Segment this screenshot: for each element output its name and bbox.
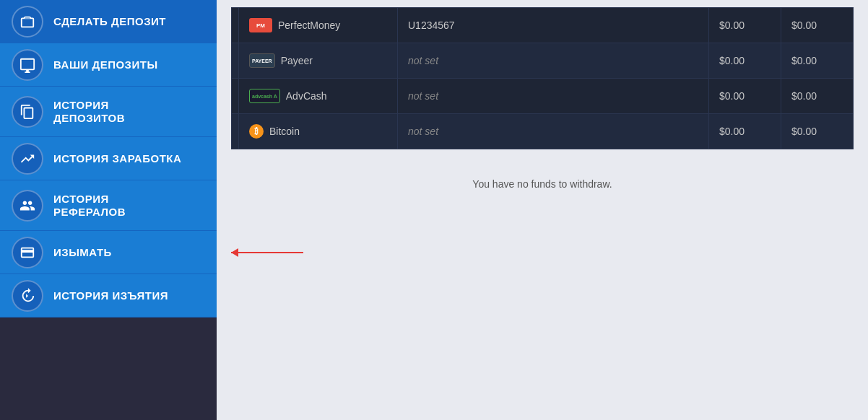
payment-method-cell: PMPerfectMoney	[239, 8, 398, 43]
table-row: PMPerfectMoneyU1234567$0.00$0.00	[232, 8, 854, 43]
sidebar-item-withdraw[interactable]: ИЗЫМАТЬ	[0, 231, 217, 274]
advcash-logo: advcash A	[249, 89, 280, 103]
payment-method-cell: PAYEERPayeer	[239, 43, 398, 79]
payment-name: advcash AAdvCash	[249, 89, 387, 103]
table-row: ₿Bitcoinnot set$0.00$0.00	[232, 114, 854, 149]
sidebar-label-earning-history: ИСТОРИЯ ЗАРАБОТКА	[53, 152, 181, 165]
balance-cell: $0.00	[709, 43, 781, 79]
payment-table: PMPerfectMoneyU1234567$0.00$0.00PAYEERPa…	[231, 7, 854, 149]
payment-method-name: Payeer	[281, 55, 313, 66]
table-row: PAYEERPayeernot set$0.00$0.00	[232, 43, 854, 79]
copy-icon	[12, 96, 43, 128]
withdraw-amount-cell: $0.00	[781, 8, 854, 43]
payment-name: ₿Bitcoin	[249, 124, 387, 139]
payeer-logo: PAYEER	[249, 53, 275, 68]
sidebar-label-your-deposits: ВАШИ ДЕПОЗИТЫ	[53, 58, 158, 71]
balance-cell: $0.00	[709, 79, 781, 114]
main-content: PMPerfectMoneyU1234567$0.00$0.00PAYEERPa…	[217, 0, 868, 420]
not-set-label: not set	[408, 55, 438, 66]
sidebar-label-referral-history: ИСТОРИЯ РЕФЕРАЛОВ	[53, 193, 126, 219]
payment-account-cell: not set	[398, 79, 709, 114]
briefcase-icon	[12, 6, 43, 38]
sidebar-item-withdraw-history[interactable]: ИСТОРИЯ ИЗЪЯТИЯ	[0, 274, 217, 318]
withdraw-amount-cell: $0.00	[781, 114, 854, 149]
payment-method-name: PerfectMoney	[278, 19, 340, 31]
history-icon	[12, 280, 43, 312]
users-icon	[12, 190, 43, 222]
payment-method-cell: advcash AAdvCash	[239, 79, 398, 114]
payment-method-name: Bitcoin	[269, 126, 300, 137]
monitor-icon	[12, 49, 43, 81]
chart-icon	[12, 143, 43, 175]
sidebar-label-deposit-history: ИСТОРИЯ ДЕПОЗИТОВ	[53, 99, 125, 125]
withdraw-amount-cell: $0.00	[781, 79, 854, 114]
payment-name: PMPerfectMoney	[249, 18, 387, 32]
card-icon	[12, 237, 43, 268]
pm-logo: PM	[249, 18, 272, 32]
payment-method-name: AdvCash	[286, 90, 327, 102]
sidebar-item-earning-history[interactable]: ИСТОРИЯ ЗАРАБОТКА	[0, 137, 217, 180]
sidebar: СДЕЛАТЬ ДЕПОЗИТ ВАШИ ДЕПОЗИТЫ ИСТОРИЯ ДЕ…	[0, 0, 217, 420]
sidebar-label-withdraw: ИЗЫМАТЬ	[53, 246, 112, 259]
sidebar-item-referral-history[interactable]: ИСТОРИЯ РЕФЕРАЛОВ	[0, 180, 217, 231]
btc-logo: ₿	[249, 124, 264, 139]
sidebar-label-withdraw-history: ИСТОРИЯ ИЗЪЯТИЯ	[53, 289, 168, 302]
payment-name: PAYEERPayeer	[249, 53, 387, 68]
balance-cell: $0.00	[709, 114, 781, 149]
table-row: advcash AAdvCashnot set$0.00$0.00	[232, 79, 854, 114]
sidebar-item-your-deposits[interactable]: ВАШИ ДЕПОЗИТЫ	[0, 43, 217, 87]
payment-method-cell: ₿Bitcoin	[239, 114, 398, 149]
payment-account-cell: not set	[398, 43, 709, 79]
sidebar-item-make-deposit[interactable]: СДЕЛАТЬ ДЕПОЗИТ	[0, 0, 217, 43]
balance-cell: $0.00	[709, 8, 781, 43]
payment-account-cell: not set	[398, 114, 709, 149]
not-set-label: not set	[408, 90, 438, 102]
sidebar-label-make-deposit: СДЕЛАТЬ ДЕПОЗИТ	[53, 15, 166, 28]
no-funds-message: You have no funds to withdraw.	[231, 164, 854, 204]
withdraw-amount-cell: $0.00	[781, 43, 854, 79]
sidebar-item-deposit-history[interactable]: ИСТОРИЯ ДЕПОЗИТОВ	[0, 87, 217, 137]
payment-account-cell: U1234567	[398, 8, 709, 43]
not-set-label: not set	[408, 126, 438, 137]
